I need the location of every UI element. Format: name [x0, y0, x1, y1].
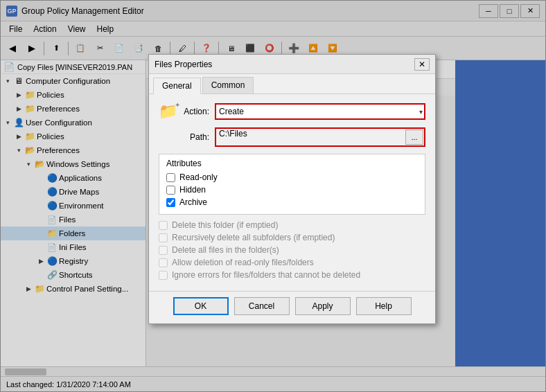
menu-action[interactable]: Action: [28, 23, 62, 35]
option-ignore-errors: Ignore errors for files/folders that can…: [159, 270, 425, 280]
dialog-buttons: OK Cancel Apply Help: [149, 291, 435, 323]
tree-node-shortcuts[interactable]: ▶ 🔗 Shortcuts: [1, 268, 146, 282]
icon-folders: 📁: [46, 228, 58, 239]
tree-node-user-config[interactable]: ▾ 👤 User Configuration: [1, 116, 146, 130]
dialog-title-bar: Files Properties ✕: [149, 55, 435, 74]
path-input[interactable]: [216, 129, 405, 139]
expand-computer-config[interactable]: ▾: [2, 75, 13, 87]
toolbar-copy-gpo[interactable]: 📋: [71, 39, 89, 57]
label-preferences-user: Preferences: [35, 144, 80, 157]
delete-emptied-label: Delete this folder (if emptied): [172, 220, 278, 230]
tree-node-files[interactable]: ▶ 📄 Files: [1, 213, 146, 226]
label-folders: Folders: [58, 227, 85, 240]
path-label: Path:: [177, 132, 215, 142]
tree-node-applications[interactable]: ▶ 🔵 Applications: [1, 171, 146, 185]
expand-control-panel[interactable]: ▶: [23, 283, 34, 294]
allow-delete-readonly-checkbox[interactable]: [159, 258, 168, 267]
tree-node-policies-comp[interactable]: ▶ 📁 Policies: [1, 88, 146, 102]
tree-node-registry[interactable]: ▶ 🔵 Registry: [1, 254, 146, 268]
tree-node-policies-user[interactable]: ▶ 📁 Policies: [1, 130, 146, 143]
hidden-label[interactable]: Hidden: [179, 185, 206, 195]
hidden-checkbox[interactable]: [166, 186, 175, 195]
ignore-errors-label: Ignore errors for files/folders that can…: [172, 270, 360, 280]
window-controls: ─ □ ✕: [479, 4, 540, 18]
archive-label[interactable]: Archive: [179, 197, 207, 207]
h-scrollbar[interactable]: [1, 366, 545, 376]
tree-node-ini-files[interactable]: ▶ 📄 Ini Files: [1, 240, 146, 254]
toolbar-up[interactable]: ⬆: [47, 39, 65, 57]
tree-node-folders[interactable]: ▶ 📁 Folders: [1, 226, 146, 240]
archive-checkbox[interactable]: [166, 198, 175, 207]
help-button[interactable]: Help: [356, 297, 412, 315]
cancel-button[interactable]: Cancel: [234, 297, 290, 315]
label-user-config: User Configuration: [24, 116, 92, 129]
icon-drive-maps: 🔵: [46, 186, 58, 197]
icon-control-panel: 📁: [34, 283, 45, 294]
menu-file[interactable]: File: [3, 23, 28, 35]
tree-node-computer-config[interactable]: ▾ 🖥 Computer Configuration: [1, 74, 146, 88]
expand-preferences-comp[interactable]: ▶: [13, 103, 24, 114]
delete-emptied-checkbox[interactable]: [159, 221, 168, 230]
ok-button[interactable]: OK: [173, 297, 229, 315]
menu-view[interactable]: View: [62, 23, 91, 35]
checkbox-archive: Archive: [166, 197, 418, 207]
toolbar-back[interactable]: ◀: [3, 39, 21, 57]
delete-all-files-checkbox[interactable]: [159, 246, 168, 255]
tree-node-preferences-user[interactable]: ▾ 📂 Preferences: [1, 143, 146, 157]
tree-node-environment[interactable]: ▶ 🔵 Environment: [1, 199, 146, 213]
option-recursive-delete: Recursively delete all subfolders (if em…: [159, 233, 425, 242]
action-row: 📁✦ Action: Create Replace Update Delete …: [159, 103, 425, 121]
readonly-checkbox[interactable]: [166, 173, 175, 182]
tree-node-preferences-comp[interactable]: ▶ 📁 Preferences: [1, 102, 146, 116]
icon-ini-files: 📄: [46, 242, 58, 253]
toolbar-separator-1: [44, 42, 44, 55]
delete-all-files-label: Delete all files in the folder(s): [172, 245, 279, 255]
icon-preferences-user: 📂: [24, 145, 35, 156]
expand-preferences-user[interactable]: ▾: [13, 145, 24, 156]
tree-node-drive-maps[interactable]: ▶ 🔵 Drive Maps: [1, 185, 146, 199]
tree-node-control-panel[interactable]: ▶ 📁 Control Panel Setting...: [1, 282, 146, 296]
app-icon: GP: [6, 6, 17, 17]
browse-button[interactable]: ...: [405, 130, 423, 145]
tree-node-windows-settings[interactable]: ▾ 📂 Windows Settings: [1, 157, 146, 171]
option-delete-emptied: Delete this folder (if emptied): [159, 220, 425, 230]
label-computer-config: Computer Configuration: [24, 75, 110, 87]
icon-policies-user: 📁: [24, 131, 35, 142]
recursive-delete-checkbox[interactable]: [159, 233, 168, 242]
label-policies-comp: Policies: [35, 89, 64, 101]
tab-general[interactable]: General: [153, 78, 201, 94]
blue-accent-panel: [455, 60, 545, 366]
label-preferences-comp: Preferences: [35, 103, 80, 115]
minimize-button[interactable]: ─: [479, 4, 498, 18]
icon-shortcuts: 🔗: [46, 269, 58, 280]
icon-environment: 🔵: [46, 200, 58, 211]
path-input-wrapper: ...: [215, 127, 425, 147]
option-delete-all-files: Delete all files in the folder(s): [159, 245, 425, 255]
ignore-errors-checkbox[interactable]: [159, 271, 168, 280]
icon-files: 📄: [46, 214, 58, 225]
action-select-wrapper[interactable]: Create Replace Update Delete ▾: [215, 103, 425, 120]
expand-policies-comp[interactable]: ▶: [13, 89, 24, 100]
icon-computer-config: 🖥: [13, 75, 24, 87]
expand-policies-user[interactable]: ▶: [13, 131, 24, 142]
expand-windows-settings[interactable]: ▾: [23, 159, 34, 170]
tab-common[interactable]: Common: [202, 77, 254, 93]
toolbar-paste[interactable]: 📄: [110, 39, 128, 57]
maximize-button[interactable]: □: [500, 4, 519, 18]
expand-user-config[interactable]: ▾: [2, 117, 13, 128]
expand-registry[interactable]: ▶: [35, 256, 46, 267]
toolbar-forward[interactable]: ▶: [23, 39, 41, 57]
dialog-close-button[interactable]: ✕: [414, 58, 430, 71]
menu-help[interactable]: Help: [91, 23, 120, 35]
status-text: Last changed: 1/31/2020 7:14:00 AM: [6, 380, 131, 389]
attributes-box: Attributes Read-only Hidden Archive: [159, 154, 425, 215]
dialog-content: 📁✦ Action: Create Replace Update Delete …: [149, 94, 435, 291]
icon-policies-comp: 📁: [24, 89, 35, 100]
apply-button[interactable]: Apply: [295, 297, 351, 315]
toolbar-cut[interactable]: ✂: [91, 39, 109, 57]
action-select[interactable]: Create Replace Update Delete: [216, 105, 424, 118]
close-button[interactable]: ✕: [520, 4, 540, 18]
toolbar-copy[interactable]: 📑: [130, 39, 148, 57]
readonly-label[interactable]: Read-only: [179, 172, 218, 182]
menu-bar: File Action View Help: [1, 21, 545, 37]
